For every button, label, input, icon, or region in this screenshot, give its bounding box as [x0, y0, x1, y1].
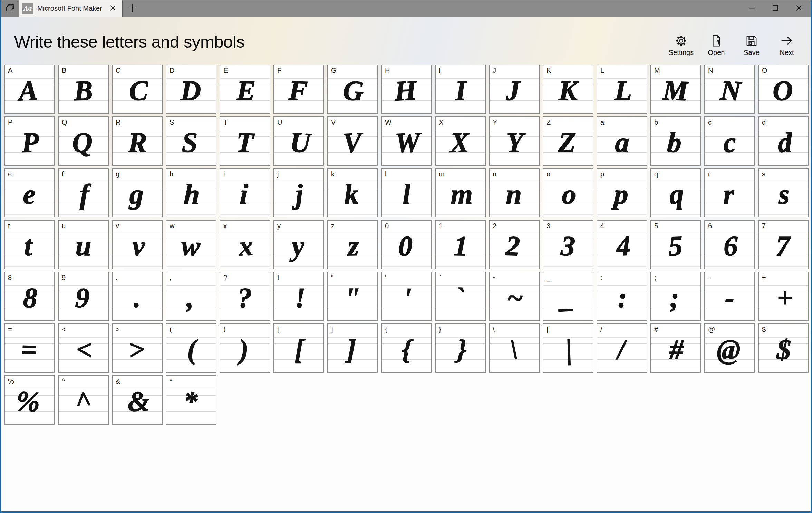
glyph-cell[interactable]: 00 — [381, 220, 432, 269]
glyph-cell[interactable]: ss — [758, 168, 809, 217]
glyph-cell[interactable]: EE — [220, 65, 270, 114]
glyph-cell[interactable]: ZZ — [543, 116, 593, 166]
glyph-cell[interactable]: PP — [4, 116, 55, 166]
glyph-cell[interactable]: jj — [273, 168, 324, 217]
glyph-cell[interactable]: `` — [435, 272, 486, 321]
glyph-cell[interactable]: ;; — [650, 272, 701, 321]
glyph-cell[interactable]: ee — [4, 168, 55, 217]
glyph-cell[interactable]: aa — [597, 116, 647, 166]
glyph-cell[interactable]: }} — [435, 323, 486, 373]
glyph-cell[interactable]: uu — [58, 220, 109, 269]
glyph-cell[interactable]: VV — [327, 116, 378, 166]
glyph-cell[interactable]: && — [112, 375, 163, 425]
glyph-cell[interactable]: pp — [597, 168, 647, 217]
glyph-cell[interactable]: == — [4, 323, 55, 373]
glyph-cell[interactable]: 77 — [758, 220, 809, 269]
glyph-cell[interactable]: ** — [166, 375, 216, 425]
glyph-cell[interactable]: -- — [704, 272, 755, 321]
glyph-cell[interactable]: 44 — [597, 220, 647, 269]
glyph-cell[interactable]: ]] — [327, 323, 378, 373]
glyph-cell[interactable]: YY — [489, 116, 540, 166]
glyph-cell[interactable]: ## — [650, 323, 701, 373]
glyph-cell[interactable]: ii — [220, 168, 270, 217]
glyph-cell[interactable]: "" — [327, 272, 378, 321]
glyph-cell[interactable]: || — [543, 323, 593, 373]
glyph-cell[interactable]: 88 — [4, 272, 55, 321]
glyph-cell[interactable]: >> — [112, 323, 163, 373]
save-button[interactable]: Save — [734, 35, 769, 57]
glyph-cell[interactable]: XX — [435, 116, 486, 166]
glyph-cell[interactable]: TT — [220, 116, 270, 166]
glyph-cell[interactable]: :: — [597, 272, 647, 321]
glyph-cell[interactable]: DD — [166, 65, 216, 114]
glyph-cell[interactable]: (( — [166, 323, 216, 373]
glyph-cell[interactable]: WW — [381, 116, 432, 166]
glyph-cell[interactable]: \\ — [489, 323, 540, 373]
glyph-cell[interactable]: ~~ — [489, 272, 540, 321]
glyph-cell[interactable]: ff — [58, 168, 109, 217]
glyph-cell[interactable]: mm — [435, 168, 486, 217]
next-button[interactable]: Next — [769, 35, 804, 57]
glyph-cell[interactable]: zz — [327, 220, 378, 269]
glyph-cell[interactable]: '' — [381, 272, 432, 321]
glyph-cell[interactable]: ll — [381, 168, 432, 217]
glyph-cell[interactable]: kk — [327, 168, 378, 217]
glyph-cell[interactable]: nn — [489, 168, 540, 217]
glyph-cell[interactable]: RR — [112, 116, 163, 166]
glyph-cell[interactable]: BB — [58, 65, 109, 114]
glyph-cell[interactable]: ++ — [758, 272, 809, 321]
glyph-cell[interactable]: UU — [273, 116, 324, 166]
minimize-button[interactable] — [740, 0, 764, 17]
glyph-cell[interactable]: [[ — [273, 323, 324, 373]
glyph-cell[interactable]: JJ — [489, 65, 540, 114]
glyph-cell[interactable]: SS — [166, 116, 216, 166]
settings-button[interactable]: Settings — [664, 35, 699, 57]
glyph-cell[interactable]: {{ — [381, 323, 432, 373]
glyph-cell[interactable]: hh — [166, 168, 216, 217]
glyph-cell[interactable]: oo — [543, 168, 593, 217]
glyph-cell[interactable]: II — [435, 65, 486, 114]
glyph-cell[interactable]: // — [597, 323, 647, 373]
glyph-cell[interactable]: OO — [758, 65, 809, 114]
glyph-cell[interactable]: tt — [4, 220, 55, 269]
glyph-cell[interactable]: %% — [4, 375, 55, 425]
tab-microsoft-font-maker[interactable]: Aa Microsoft Font Maker — [19, 0, 123, 17]
glyph-cell[interactable]: 99 — [58, 272, 109, 321]
open-button[interactable]: Open — [699, 35, 734, 57]
glyph-cell[interactable]: ww — [166, 220, 216, 269]
glyph-cell[interactable]: $$ — [758, 323, 809, 373]
glyph-cell[interactable]: 22 — [489, 220, 540, 269]
glyph-cell[interactable]: ^^ — [58, 375, 109, 425]
glyph-cell[interactable]: dd — [758, 116, 809, 166]
glyph-cell[interactable]: FF — [273, 65, 324, 114]
glyph-cell[interactable]: @@ — [704, 323, 755, 373]
glyph-cell[interactable]: 33 — [543, 220, 593, 269]
glyph-cell[interactable]: << — [58, 323, 109, 373]
glyph-cell[interactable]: CC — [112, 65, 163, 114]
glyph-cell[interactable]: cc — [704, 116, 755, 166]
glyph-cell[interactable]: AA — [4, 65, 55, 114]
glyph-cell[interactable]: LL — [597, 65, 647, 114]
glyph-cell[interactable]: 55 — [650, 220, 701, 269]
glyph-cell[interactable]: !! — [273, 272, 324, 321]
glyph-cell[interactable]: HH — [381, 65, 432, 114]
glyph-cell[interactable]: KK — [543, 65, 593, 114]
tabs-overview-button[interactable] — [1, 0, 19, 17]
glyph-cell[interactable]: )) — [220, 323, 270, 373]
glyph-cell[interactable]: GG — [327, 65, 378, 114]
glyph-cell[interactable]: __ — [543, 272, 593, 321]
glyph-cell[interactable]: rr — [704, 168, 755, 217]
glyph-cell[interactable]: .. — [112, 272, 163, 321]
glyph-cell[interactable]: vv — [112, 220, 163, 269]
new-tab-button[interactable] — [123, 0, 142, 17]
glyph-cell[interactable]: ?? — [220, 272, 270, 321]
glyph-cell[interactable]: yy — [273, 220, 324, 269]
glyph-cell[interactable]: xx — [220, 220, 270, 269]
glyph-cell[interactable]: bb — [650, 116, 701, 166]
glyph-cell[interactable]: QQ — [58, 116, 109, 166]
glyph-cell[interactable]: NN — [704, 65, 755, 114]
maximize-button[interactable] — [764, 0, 787, 17]
close-button[interactable] — [787, 0, 811, 17]
glyph-cell[interactable]: 11 — [435, 220, 486, 269]
glyph-cell[interactable]: 66 — [704, 220, 755, 269]
